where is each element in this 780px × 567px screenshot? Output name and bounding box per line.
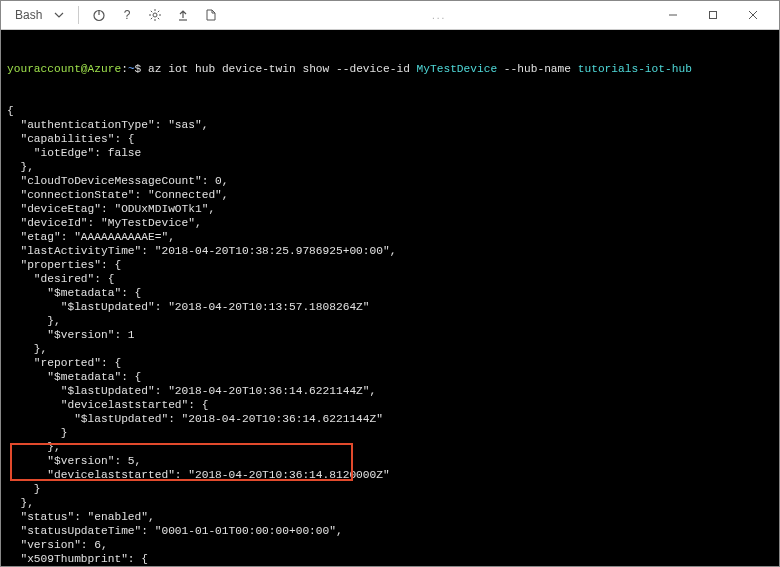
output-line: "connectionState": "Connected", <box>7 188 773 202</box>
output-line: }, <box>7 440 773 454</box>
output-line: "statusUpdateTime": "0001-01-01T00:00:00… <box>7 524 773 538</box>
restart-icon[interactable] <box>91 7 107 23</box>
output-line: "$version": 1 <box>7 328 773 342</box>
output-line: }, <box>7 342 773 356</box>
command-hub: tutorials-iot-hub <box>578 63 692 75</box>
output-line: "$metadata": { <box>7 286 773 300</box>
output-line: }, <box>7 314 773 328</box>
drag-handle[interactable]: ... <box>225 10 653 21</box>
output-line: { <box>7 104 773 118</box>
output-line: "x509Thumbprint": { <box>7 552 773 566</box>
window-controls <box>653 2 773 28</box>
chevron-down-icon <box>54 10 64 20</box>
separator <box>78 6 79 24</box>
shell-selector[interactable]: Bash <box>7 6 72 24</box>
prompt-path: ~ <box>128 63 135 75</box>
upload-icon[interactable] <box>175 7 191 23</box>
maximize-button[interactable] <box>693 2 733 28</box>
output-line: }, <box>7 496 773 510</box>
output-line: "$lastUpdated": "2018-04-20T10:36:14.622… <box>7 412 773 426</box>
output-line: "deviceEtag": "ODUxMDIwOTk1", <box>7 202 773 216</box>
output-line: } <box>7 482 773 496</box>
minimize-button[interactable] <box>653 2 693 28</box>
output-line: }, <box>7 160 773 174</box>
output-line: "devicelaststarted": { <box>7 398 773 412</box>
help-icon[interactable]: ? <box>119 7 135 23</box>
output-line: "capabilities": { <box>7 132 773 146</box>
output-line: "authenticationType": "sas", <box>7 118 773 132</box>
command-prefix: az iot hub device-twin show --device-id <box>141 63 416 75</box>
output-line: "status": "enabled", <box>7 510 773 524</box>
new-file-icon[interactable] <box>203 7 219 23</box>
output-line: "devicelaststarted": "2018-04-20T10:36:1… <box>7 468 773 482</box>
output-line: "$version": 5, <box>7 454 773 468</box>
prompt-user: youraccount <box>7 63 81 75</box>
output-line: "properties": { <box>7 258 773 272</box>
titlebar: Bash ? ... <box>1 1 779 30</box>
output-line: "etag": "AAAAAAAAAAE=", <box>7 230 773 244</box>
output-line: "version": 6, <box>7 538 773 552</box>
output-line: "iotEdge": false <box>7 146 773 160</box>
json-output: { "authenticationType": "sas", "capabili… <box>7 104 773 566</box>
output-line: "reported": { <box>7 356 773 370</box>
output-line: "cloudToDeviceMessageCount": 0, <box>7 174 773 188</box>
svg-text:?: ? <box>124 8 131 22</box>
terminal-window: Bash ? ... <box>0 0 780 567</box>
close-button[interactable] <box>733 2 773 28</box>
svg-line-8 <box>151 11 152 12</box>
output-line: "desired": { <box>7 272 773 286</box>
svg-line-10 <box>151 18 152 19</box>
command-device: MyTestDevice <box>417 63 498 75</box>
prompt-at: @ <box>81 63 88 75</box>
prompt-line-1: youraccount@Azure:~$ az iot hub device-t… <box>7 62 773 76</box>
output-line: "$metadata": { <box>7 370 773 384</box>
svg-line-11 <box>158 11 159 12</box>
svg-line-9 <box>158 18 159 19</box>
prompt-colon: : <box>121 63 128 75</box>
settings-icon[interactable] <box>147 7 163 23</box>
svg-point-3 <box>153 13 157 17</box>
command-middle: --hub-name <box>497 63 578 75</box>
terminal-body[interactable]: youraccount@Azure:~$ az iot hub device-t… <box>1 30 779 566</box>
output-line: "$lastUpdated": "2018-04-20T10:13:57.180… <box>7 300 773 314</box>
prompt-host: Azure <box>88 63 122 75</box>
output-line: "lastActivityTime": "2018-04-20T10:38:25… <box>7 244 773 258</box>
output-line: "deviceId": "MyTestDevice", <box>7 216 773 230</box>
shell-label: Bash <box>15 8 42 22</box>
output-line: "$lastUpdated": "2018-04-20T10:36:14.622… <box>7 384 773 398</box>
output-line: } <box>7 426 773 440</box>
svg-rect-14 <box>710 12 717 19</box>
